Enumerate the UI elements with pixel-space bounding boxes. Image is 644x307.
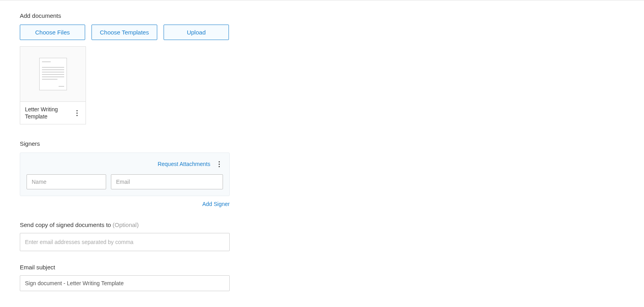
document-name: Letter Writing Template	[25, 106, 73, 120]
request-attachments-link[interactable]: Request Attachments	[158, 161, 210, 167]
document-buttons-row: Choose Files Choose Templates Upload	[20, 25, 234, 40]
add-signer-link[interactable]: Add Signer	[202, 201, 230, 207]
send-copy-input[interactable]	[20, 233, 230, 251]
signer-name-input[interactable]	[27, 174, 106, 189]
document-preview	[20, 47, 86, 101]
document-card[interactable]: Letter Writing Template	[20, 46, 86, 124]
choose-templates-button[interactable]: Choose Templates	[91, 25, 157, 40]
document-menu-icon[interactable]	[73, 108, 81, 118]
signer-menu-icon[interactable]	[215, 159, 223, 169]
add-documents-title: Add documents	[20, 12, 234, 19]
document-thumbnail-icon	[39, 58, 67, 90]
send-copy-label: Send copy of signed documents to (Option…	[20, 221, 234, 228]
signers-title: Signers	[20, 140, 234, 147]
signer-email-input[interactable]	[111, 174, 223, 189]
upload-button[interactable]: Upload	[164, 25, 229, 40]
signers-box: Request Attachments	[20, 153, 230, 196]
email-subject-input[interactable]	[20, 275, 230, 291]
optional-label: (Optional)	[112, 221, 139, 228]
choose-files-button[interactable]: Choose Files	[20, 25, 85, 40]
email-subject-label: Email subject	[20, 264, 234, 271]
